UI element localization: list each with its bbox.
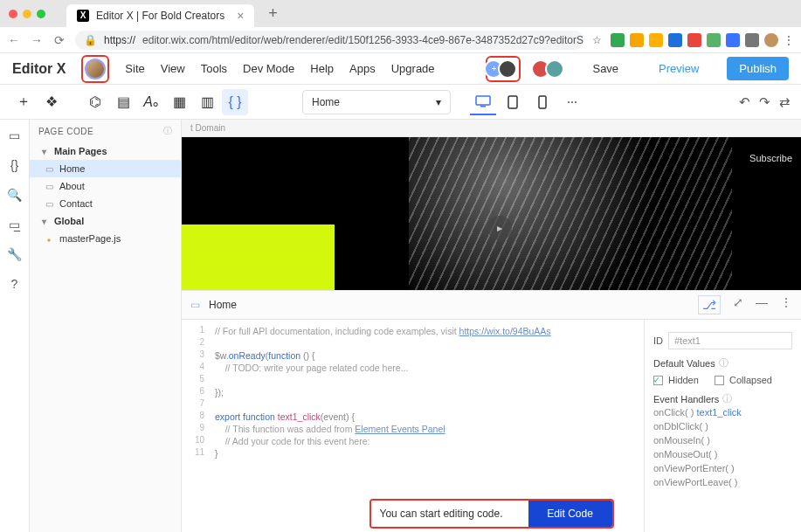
expand-icon[interactable]: ⤢ — [733, 295, 743, 314]
nav-reload-icon[interactable]: ⟳ — [52, 33, 66, 47]
rail-page-icon[interactable]: ▭ — [9, 128, 20, 142]
ext-icon-6[interactable] — [707, 33, 721, 47]
menu-devmode[interactable]: Dev Mode — [243, 62, 294, 75]
url-field[interactable]: 🔒 https://editor.wix.com/html/editor/web… — [75, 31, 583, 50]
tree-group-main-pages[interactable]: ▾ Main Pages — [30, 142, 181, 160]
rail-search-icon[interactable]: 🔍 — [7, 188, 22, 202]
tree-page-home[interactable]: ▭ Home — [30, 160, 181, 177]
rail-tools-icon[interactable]: 🔧 — [7, 247, 22, 261]
tree-page-contact[interactable]: ▭ Contact — [30, 195, 181, 212]
menu-view[interactable]: View — [161, 62, 185, 75]
ev-onclick[interactable]: onClick( ) text1_click — [653, 405, 792, 419]
inspector-id-field[interactable]: #text1 — [668, 332, 792, 349]
redo-icon[interactable]: ↷ — [759, 94, 770, 110]
preview-button[interactable]: Preview — [646, 57, 711, 80]
rail-braces-icon[interactable]: {} — [10, 158, 18, 172]
window-maximize-dot[interactable] — [37, 10, 45, 18]
hidden-label: Hidden — [668, 375, 699, 385]
popup-text: You can start editing code. — [371, 501, 528, 527]
inspector-id-label: ID — [653, 335, 663, 346]
bookmark-star-icon[interactable]: ☆ — [592, 34, 602, 46]
tree-file-masterpage[interactable]: ⬥ masterPage.js — [30, 230, 181, 247]
device-desktop-icon[interactable] — [470, 89, 496, 115]
save-button[interactable]: Save — [580, 57, 631, 80]
code-more-icon[interactable]: ⋮ — [780, 295, 792, 314]
publish-button[interactable]: Publish — [727, 57, 789, 80]
collab-avatar-1[interactable] — [498, 59, 517, 79]
site-preview-canvas[interactable]: Home Subscribe ▸ — [182, 137, 801, 290]
profile-avatar[interactable] — [85, 59, 106, 79]
window-minimize-dot[interactable] — [23, 10, 31, 18]
page-file-icon: ▭ — [44, 163, 54, 174]
device-tablet-icon[interactable] — [500, 89, 526, 115]
ext-icon-8[interactable] — [745, 33, 759, 47]
new-tab-button[interactable]: + — [268, 4, 278, 23]
more-devices-icon[interactable]: ⋯ — [559, 89, 585, 115]
device-switch: ⋯ — [470, 89, 585, 115]
page-dropdown[interactable]: Home ▾ — [302, 90, 451, 114]
ev-onmouseout[interactable]: onMouseOut( ) — [653, 447, 792, 461]
ev-onviewportleave[interactable]: onViewPortLeave( ) — [653, 475, 792, 489]
play-icon[interactable]: ▸ — [487, 216, 512, 240]
svg-rect-2 — [508, 96, 517, 108]
browser-menu-icon[interactable]: ⋮ — [784, 34, 794, 46]
js-file-icon: ⬥ — [44, 233, 54, 244]
browser-profile-avatar[interactable] — [764, 33, 778, 47]
nav-forward-icon[interactable]: → — [30, 33, 44, 47]
profile-highlight — [81, 55, 109, 83]
hero-image — [409, 137, 732, 290]
info-icon[interactable]: ⓘ — [163, 125, 173, 137]
menu-upgrade[interactable]: Upgrade — [391, 62, 435, 75]
collab-avatar-3[interactable] — [545, 59, 564, 79]
grid-apps-icon[interactable]: ▦ — [166, 89, 192, 115]
ext-icon-1[interactable] — [611, 33, 625, 47]
collapsed-checkbox[interactable] — [715, 376, 724, 385]
tree-group-label: Global — [54, 216, 84, 226]
site-nav-subscribe[interactable]: Subscribe — [749, 153, 792, 163]
info-icon[interactable]: ⓘ — [722, 392, 732, 405]
hidden-checkbox[interactable] — [653, 376, 663, 385]
ext-icon-2[interactable] — [630, 33, 644, 47]
page-icon[interactable]: ▤ — [110, 89, 136, 115]
editor-toolbar: ＋ ❖ ⌬ ▤ Aₒ ▦ ▥ { } Home ▾ ⋯ ↶ ↷ ⇄ — [0, 85, 801, 120]
menu-site[interactable]: Site — [125, 62, 144, 75]
extension-icons: ⋮ — [611, 33, 794, 47]
defaults-label: Default Values — [653, 358, 715, 369]
tree-page-about[interactable]: ▭ About — [30, 177, 181, 195]
tab-close-icon[interactable]: × — [237, 9, 244, 23]
rail-help-icon[interactable]: ? — [11, 277, 18, 291]
ext-icon-5[interactable] — [687, 33, 701, 47]
format-code-icon[interactable]: ⎇ — [698, 295, 721, 314]
menu-help[interactable]: Help — [310, 62, 334, 75]
url-scheme: https:// — [104, 34, 135, 46]
minimize-icon[interactable]: — — [756, 295, 768, 314]
device-mobile-icon[interactable] — [529, 89, 556, 115]
ev-ondblclick[interactable]: onDblClick( ) — [653, 419, 792, 433]
tree-group-global[interactable]: ▾ Global — [30, 212, 181, 230]
edit-code-button[interactable]: Edit Code — [528, 501, 612, 527]
menu-tools[interactable]: Tools — [201, 62, 227, 75]
ext-icon-4[interactable] — [668, 33, 682, 47]
ext-icon-7[interactable] — [726, 33, 740, 47]
ev-onviewportenter[interactable]: onViewPortEnter( ) — [653, 461, 792, 475]
swap-icon[interactable]: ⇄ — [779, 94, 791, 110]
menu-apps[interactable]: Apps — [349, 62, 376, 75]
sitemap-icon[interactable]: ⌬ — [82, 89, 108, 115]
ext-icon-3[interactable] — [649, 33, 663, 47]
browser-tab[interactable]: X Editor X | For Bold Creators × — [66, 4, 254, 27]
add-element-icon[interactable]: ＋ — [10, 89, 37, 115]
code-braces-icon[interactable]: { } — [222, 89, 248, 115]
text-style-icon[interactable]: Aₒ — [138, 89, 164, 115]
undo-icon[interactable]: ↶ — [739, 94, 750, 110]
nav-back-icon[interactable]: ← — [7, 33, 21, 47]
info-icon[interactable]: ⓘ — [719, 356, 728, 370]
code-tab-label[interactable]: Home — [209, 299, 237, 311]
code-tab-bar: ▭ Home ⎇ ⤢ — ⋮ — [182, 290, 801, 320]
layers-icon[interactable]: ❖ — [38, 89, 65, 115]
ev-onmousein[interactable]: onMouseIn( ) — [653, 433, 792, 447]
rail-db-icon[interactable]: ▭̲ — [9, 218, 20, 231]
page-dropdown-label: Home — [312, 96, 340, 108]
workspace: ▭ {} 🔍 ▭̲ 🔧 ? PAGE CODE ⓘ ▾ Main Pages ▭… — [0, 120, 801, 532]
window-close-dot[interactable] — [9, 10, 17, 18]
table-icon[interactable]: ▥ — [194, 89, 220, 115]
